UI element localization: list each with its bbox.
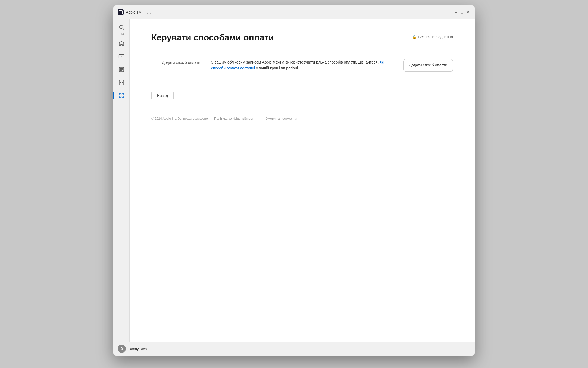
payment-description: З вашим обліковим записом Apple можна ви… [211, 60, 379, 64]
svg-rect-12 [122, 96, 123, 98]
sidebar-item-watchlist[interactable] [115, 64, 127, 75]
user-name: Danny Rico [129, 347, 147, 351]
window-title: Apple TV [126, 10, 141, 14]
close-button[interactable]: ✕ [465, 10, 470, 15]
payment-description-suffix: у вашій країні чи регіоні. [256, 66, 299, 70]
secure-badge: 🔒 Безпечне з'єднання [412, 35, 453, 39]
payment-label: Додати спосіб оплати [151, 59, 200, 65]
terms-link[interactable]: Умови та положення [266, 117, 297, 120]
svg-point-0 [119, 25, 123, 29]
user-section: D Danny Rico [113, 342, 475, 356]
add-payment-button[interactable]: Додати спосіб оплати [403, 59, 453, 72]
tv-plus-icon: + [118, 53, 124, 59]
title-bar: Apple TV ... – □ ✕ [113, 5, 475, 19]
library-icon [118, 93, 124, 99]
secure-badge-text: Безпечне з'єднання [418, 35, 453, 39]
app-window: Apple TV ... – □ ✕ Пош [113, 5, 475, 356]
payment-info: З вашим обліковим записом Apple можна ви… [211, 59, 392, 71]
svg-text:+: + [121, 55, 122, 58]
svg-line-1 [123, 28, 124, 29]
app-body: Пош + [113, 19, 475, 342]
sidebar: Пош + [113, 19, 130, 342]
privacy-policy-link[interactable]: Політика конфіденційності [214, 117, 254, 120]
footer-divider: | [260, 117, 261, 120]
page-container: Керувати способами оплати 🔒 Безпечне з'є… [130, 19, 475, 342]
bag-icon [118, 80, 124, 85]
maximize-button[interactable]: □ [459, 10, 464, 15]
sidebar-item-home[interactable] [115, 37, 127, 49]
main-content: Керувати способами оплати 🔒 Безпечне з'є… [130, 19, 475, 342]
payment-section: Додати спосіб оплати З вашим обліковим з… [151, 59, 453, 83]
user-initials: D [121, 347, 123, 351]
back-button[interactable]: Назад [151, 91, 174, 100]
watchlist-icon [118, 66, 124, 72]
sidebar-item-search[interactable] [115, 21, 127, 33]
page-header: Керувати способами оплати 🔒 Безпечне з'є… [151, 33, 453, 48]
home-icon [118, 40, 124, 46]
title-dots: ... [147, 10, 152, 14]
page-title: Керувати способами оплати [151, 33, 274, 43]
minimize-button[interactable]: – [453, 10, 458, 15]
sidebar-item-store[interactable] [115, 77, 127, 88]
sidebar-item-library[interactable] [115, 90, 127, 101]
sidebar-item-appletv[interactable]: + [115, 50, 127, 62]
user-avatar[interactable]: D [118, 345, 126, 353]
footer: © 2024 Apple Inc. Усі права захищено. По… [151, 111, 453, 120]
search-icon [118, 24, 124, 30]
active-indicator [113, 92, 114, 99]
app-icon [118, 9, 124, 15]
lock-icon: 🔒 [412, 35, 417, 39]
app-icon-inner [119, 10, 123, 14]
footer-copyright: © 2024 Apple Inc. Усі права захищено. [151, 117, 209, 120]
svg-rect-10 [122, 93, 123, 95]
svg-rect-9 [119, 93, 121, 95]
svg-rect-11 [119, 96, 121, 98]
window-controls: – □ ✕ [453, 10, 470, 15]
